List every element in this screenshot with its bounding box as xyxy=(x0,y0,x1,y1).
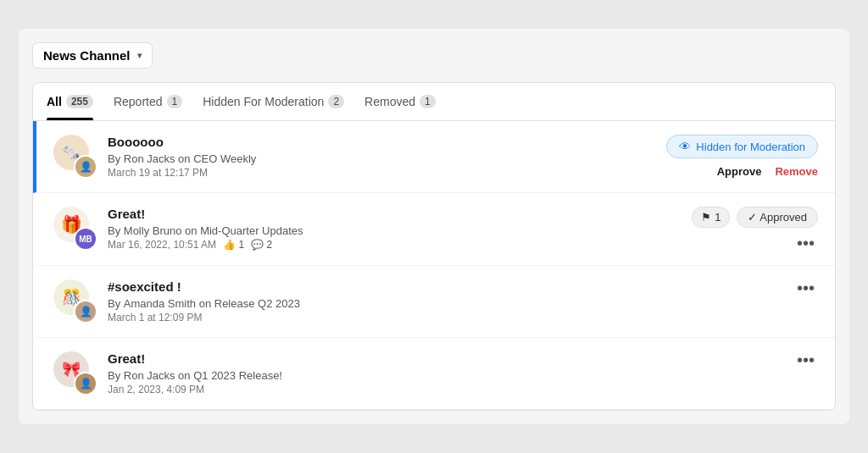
avatar: 🎊 👤 xyxy=(53,279,97,323)
avatar-image-overlay: 👤 xyxy=(74,300,97,323)
channel-link[interactable]: CEO Weekly xyxy=(193,152,256,165)
author-link[interactable]: Ron Jacks xyxy=(124,369,175,382)
tab-hidden-label: Hidden For Moderation xyxy=(203,95,324,108)
channel-link[interactable]: Release Q2 2023 xyxy=(214,297,300,310)
more-menu-button[interactable]: ••• xyxy=(793,235,818,251)
post-actions: ••• xyxy=(793,351,818,368)
action-buttons: Approve Remove xyxy=(717,165,818,178)
channel-selector[interactable]: News Channel ▾ xyxy=(32,42,153,69)
post-title: #soexcited ! xyxy=(108,279,783,294)
tab-all[interactable]: All 255 xyxy=(47,83,93,120)
author-link[interactable]: Ron Jacks xyxy=(124,152,175,165)
remove-button[interactable]: Remove xyxy=(775,165,818,178)
tab-reported-label: Reported xyxy=(114,95,163,108)
approved-badge: ✓ Approved xyxy=(737,207,818,228)
chevron-down-icon: ▾ xyxy=(137,51,142,60)
tab-removed-label: Removed xyxy=(364,95,415,108)
channel-name: News Channel xyxy=(43,48,131,63)
post-meta: By Amanda Smith on Release Q2 2023 xyxy=(108,297,783,310)
post-title: Great! xyxy=(108,351,783,366)
table-row: 🎀 👤 Great! By Ron Jacks on Q1 2023 Relea… xyxy=(33,338,835,410)
channel-link[interactable]: Q1 2023 Release! xyxy=(193,369,282,382)
hidden-badge-label: Hidden for Moderation xyxy=(696,141,805,153)
post-date: Mar 16, 2022, 10:51 AM 👍 1 💬 2 xyxy=(108,239,682,251)
tab-all-count: 255 xyxy=(66,95,93,108)
eye-icon: 👁 xyxy=(679,140,691,153)
post-content: Great! By Ron Jacks on Q1 2023 Release! … xyxy=(108,351,783,395)
post-content: Great! By Molly Bruno on Mid-Quarter Upd… xyxy=(108,207,682,251)
more-menu-button[interactable]: ••• xyxy=(793,351,818,368)
comment-count: 💬 2 xyxy=(251,239,272,251)
post-actions: 👁 Hidden for Moderation Approve Remove xyxy=(666,135,818,178)
post-content: Boooooo By Ron Jacks on CEO Weekly March… xyxy=(108,135,656,179)
post-meta: By Ron Jacks on Q1 2023 Release! xyxy=(108,369,783,382)
tab-reported-count: 1 xyxy=(167,95,183,108)
avatar-image-overlay: MB xyxy=(74,227,97,251)
hidden-badge: 👁 Hidden for Moderation xyxy=(666,135,818,158)
avatar: 🎀 👤 xyxy=(53,351,97,395)
tab-hidden-count: 2 xyxy=(328,95,344,108)
post-meta: By Molly Bruno on Mid-Quarter Updates xyxy=(108,224,682,237)
tab-removed[interactable]: Removed 1 xyxy=(364,83,436,120)
tab-bar: All 255 Reported 1 Hidden For Moderation… xyxy=(33,83,835,121)
avatar-image-overlay: 👤 xyxy=(74,372,97,395)
table-row: 🎁 MB Great! By Molly Bruno on Mid-Quarte… xyxy=(33,193,835,266)
avatar: 🗞️ 👤 xyxy=(53,135,97,179)
avatar: 🎁 MB xyxy=(53,207,97,251)
main-container: News Channel ▾ All 255 Reported 1 Hidden… xyxy=(19,29,849,424)
post-date: Jan 2, 2023, 4:09 PM xyxy=(108,384,783,395)
tab-all-label: All xyxy=(47,95,62,108)
post-meta: By Ron Jacks on CEO Weekly xyxy=(108,152,656,165)
post-actions: ••• xyxy=(793,279,818,296)
post-title: Great! xyxy=(108,207,682,221)
post-list: 🗞️ 👤 Boooooo By Ron Jacks on CEO Weekly … xyxy=(33,121,835,410)
post-title: Boooooo xyxy=(108,135,656,149)
post-content: #soexcited ! By Amanda Smith on Release … xyxy=(108,279,783,323)
table-row: 🎊 👤 #soexcited ! By Amanda Smith on Rele… xyxy=(33,266,835,338)
more-menu-button[interactable]: ••• xyxy=(793,279,818,296)
author-link[interactable]: Amanda Smith xyxy=(124,297,196,310)
post-date: March 19 at 12:17 PM xyxy=(108,167,656,179)
avatar-image-overlay: 👤 xyxy=(74,155,97,179)
tab-hidden[interactable]: Hidden For Moderation 2 xyxy=(203,83,344,120)
report-count-badge: ⚑ 1 xyxy=(692,207,730,228)
main-panel: All 255 Reported 1 Hidden For Moderation… xyxy=(32,82,836,411)
channel-link[interactable]: Mid-Quarter Updates xyxy=(200,224,303,237)
tab-reported[interactable]: Reported 1 xyxy=(114,83,182,120)
like-count: 👍 1 xyxy=(223,239,244,251)
post-actions: ⚑ 1 ✓ Approved ••• xyxy=(692,207,818,251)
approve-button[interactable]: Approve xyxy=(717,165,762,178)
author-link[interactable]: Molly Bruno xyxy=(124,224,182,237)
table-row: 🗞️ 👤 Boooooo By Ron Jacks on CEO Weekly … xyxy=(33,121,835,193)
post-date: March 1 at 12:09 PM xyxy=(108,312,783,323)
tab-removed-count: 1 xyxy=(420,95,436,108)
flag-icon: ⚑ xyxy=(701,211,711,224)
